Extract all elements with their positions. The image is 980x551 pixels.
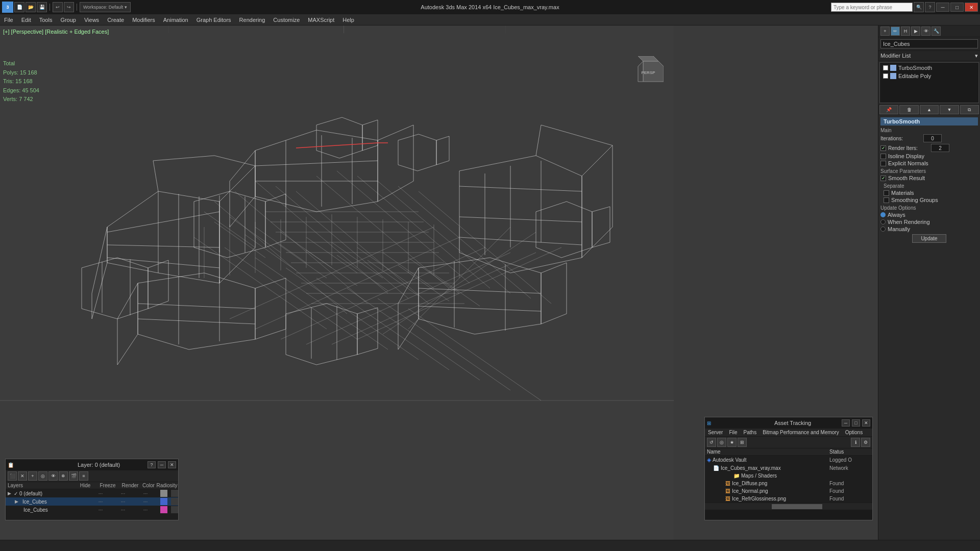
lp-help-btn[interactable]: ? (148, 461, 156, 468)
new-btn[interactable]: 📄 (14, 2, 24, 12)
materials-checkbox[interactable] (884, 190, 889, 196)
manually-radio[interactable] (880, 227, 886, 232)
ap-row-maps[interactable]: 📁 Maps / Shaders (719, 472, 872, 480)
ap-row-diffuse[interactable]: 🖼 Ice_Diffuse.png Found (705, 480, 872, 487)
utilities-icon[interactable]: 🔧 (932, 27, 941, 36)
search-btn[interactable]: 🔍 (914, 2, 924, 12)
ap-highlight-btn[interactable]: ★ (727, 438, 737, 447)
menu-graph-editors[interactable]: Graph Editors (192, 14, 235, 26)
hierarchy-icon[interactable]: H (901, 27, 910, 36)
update-button[interactable]: Update (912, 234, 946, 243)
ap-menu-bitmap[interactable]: Bitmap Performance and Memory (760, 429, 842, 436)
menu-help[interactable]: Help (338, 14, 358, 26)
modifier-turbosmooth[interactable]: TurboSmooth (881, 64, 977, 72)
copy-mod-btn[interactable]: ⧉ (960, 105, 979, 114)
ap-info-btn[interactable]: ℹ (851, 438, 860, 447)
render-iters-checkbox[interactable] (880, 145, 886, 151)
lp-delete-btn[interactable]: ✕ (18, 471, 27, 481)
layer-icecubes-child-color[interactable] (160, 506, 167, 513)
create-icon[interactable]: + (880, 27, 890, 36)
search-input[interactable] (831, 3, 913, 12)
iterations-input[interactable] (923, 134, 942, 142)
display-icon[interactable]: 👁 (921, 27, 930, 36)
ap-select-btn[interactable]: ◎ (717, 438, 726, 447)
ap-row-glossiness[interactable]: 🖼 Ice_RefrGlossiness.png Found (705, 495, 872, 503)
move-down-btn[interactable]: ▼ (940, 105, 959, 114)
always-radio[interactable] (880, 212, 886, 217)
svg-text:PERSP: PERSP (641, 70, 655, 75)
menu-rendering[interactable]: Rendering (235, 14, 270, 26)
viewcube[interactable]: PERSP (633, 56, 664, 87)
layer-default-color[interactable] (160, 490, 167, 497)
delete-mod-btn[interactable]: 🗑 (899, 105, 918, 114)
lp-hide-btn[interactable]: 👁 (48, 471, 58, 481)
render-iters-input[interactable] (931, 144, 949, 152)
ap-minimize-btn[interactable]: ─ (842, 419, 850, 427)
minimize-btn[interactable]: ─ (936, 3, 949, 12)
layer-icecubes-color[interactable] (160, 498, 167, 505)
help-search-btn[interactable]: ? (925, 2, 935, 12)
when-rendering-radio[interactable] (880, 219, 886, 224)
lp-add-sel-btn[interactable]: + (28, 471, 37, 481)
ap-grid-btn[interactable]: ⊞ (738, 438, 747, 447)
main-section-label: Main (880, 128, 978, 133)
ap-row-normal[interactable]: 🖼 Ice_Normal.png Found (705, 487, 872, 495)
smoothing-groups-checkbox[interactable] (884, 197, 889, 203)
modify-icon[interactable]: ✏ (891, 27, 900, 36)
menu-edit[interactable]: Edit (17, 14, 35, 26)
pin-mod-btn[interactable]: 📌 (879, 105, 898, 114)
ap-row-vault[interactable]: ◈ Autodesk Vault Logged O (705, 456, 872, 464)
save-btn[interactable]: 💾 (37, 2, 47, 12)
lp-close-btn[interactable]: ✕ (168, 461, 176, 468)
smooth-result-checkbox[interactable] (880, 176, 886, 181)
layer-row-icecubes[interactable]: ▶ Ice_Cubes ··· ··· ··· (6, 497, 178, 506)
menu-animation[interactable]: Animation (159, 14, 192, 26)
redo-btn[interactable]: ↪ (64, 2, 74, 12)
ap-menu-options[interactable]: Options (842, 429, 866, 436)
open-btn[interactable]: 📂 (26, 2, 36, 12)
ap-refresh-btn[interactable]: ↺ (707, 438, 716, 447)
object-name-input[interactable]: Ice_Cubes (880, 39, 978, 48)
ap-restore-btn[interactable]: □ (852, 419, 860, 427)
layer-row-icecubes-child[interactable]: Ice_Cubes ··· ··· ··· (6, 506, 178, 514)
ap-config-btn[interactable]: ⚙ (861, 438, 870, 447)
menu-tools[interactable]: Tools (35, 14, 57, 26)
lp-new-btn[interactable]: ⬛ (8, 471, 17, 481)
ap-scrollbar-thumb[interactable] (772, 504, 822, 509)
ap-menu-server[interactable]: Server (705, 429, 726, 436)
ap-scrollbar[interactable] (705, 503, 872, 510)
mod-turbosmooth-checkbox[interactable] (883, 65, 888, 70)
workspace-btn[interactable]: Workspace: Default ▾ (80, 2, 131, 12)
lp-render-btn[interactable]: 🎬 (69, 471, 78, 481)
lp-minimize-btn[interactable]: ─ (158, 461, 166, 468)
maximize-btn[interactable]: □ (950, 3, 964, 12)
menu-create[interactable]: Create (103, 14, 128, 26)
ap-diffuse-name: 🖼 Ice_Diffuse.png (707, 481, 829, 486)
modifier-editablepoly[interactable]: Editable Poly (881, 72, 977, 80)
move-up-btn[interactable]: ▲ (920, 105, 939, 114)
menu-group[interactable]: Group (56, 14, 80, 26)
mod-turbosmooth-icon (890, 65, 896, 71)
ap-menu-file[interactable]: File (726, 429, 740, 436)
undo-btn[interactable]: ↩ (53, 2, 63, 12)
lp-select-btn[interactable]: ◎ (38, 471, 47, 481)
modifier-list-dropdown[interactable]: ▾ (975, 53, 978, 59)
ap-close-btn[interactable]: ✕ (862, 419, 870, 427)
explicit-normals-checkbox[interactable] (880, 161, 886, 166)
rollout-header-turbosmooth[interactable]: TurboSmooth (880, 117, 978, 126)
ap-menu-paths[interactable]: Paths (741, 429, 760, 436)
mod-editablepoly-checkbox[interactable] (883, 73, 888, 79)
motion-icon[interactable]: ▶ (911, 27, 920, 36)
ap-row-maxfile[interactable]: 📄 Ice_Cubes_max_vray.max Network (705, 464, 872, 472)
layer-default-checkbox[interactable]: ✓ (14, 491, 18, 496)
menu-customize[interactable]: Customize (269, 14, 304, 26)
layer-row-default[interactable]: ▶ ✓ 0 (default) ··· ··· ··· (6, 489, 178, 497)
menu-modifiers[interactable]: Modifiers (128, 14, 159, 26)
isoline-checkbox[interactable] (880, 154, 886, 159)
lp-freeze-btn[interactable]: ❄ (59, 471, 68, 481)
lp-extra-btn[interactable]: ≡ (79, 471, 88, 481)
menu-views[interactable]: Views (80, 14, 103, 26)
menu-file[interactable]: File (0, 14, 17, 26)
close-btn[interactable]: ✕ (965, 3, 978, 12)
menu-maxscript[interactable]: MAXScript (304, 14, 338, 26)
